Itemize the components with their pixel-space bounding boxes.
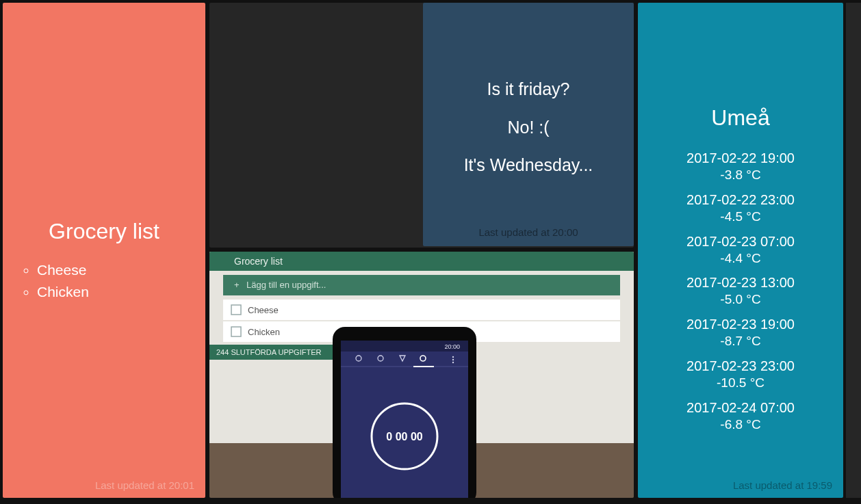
- forecast-temp: -3.8 °C: [638, 167, 843, 183]
- forecast-entry: 2017-02-24 07:00 -6.8 °C: [638, 399, 843, 433]
- phone-status-time: 20:00: [444, 343, 460, 350]
- more-icon: [452, 356, 454, 358]
- forecast-datetime: 2017-02-23 13:00: [638, 274, 843, 291]
- forecast-datetime: 2017-02-23 19:00: [638, 316, 843, 333]
- forecast-datetime: 2017-02-24 07:00: [638, 399, 843, 416]
- forecast-temp: -4.5 °C: [638, 209, 843, 225]
- demo-photo: Grocery list + Lägg till en uppgift... C…: [209, 252, 634, 498]
- list-item: Cheese: [37, 259, 193, 281]
- forecast-temp: -4.4 °C: [638, 250, 843, 267]
- photo-completed: 244 SLUTFÖRDA UPPGIFTER: [216, 348, 321, 356]
- forecast-entry: 2017-02-23 19:00 -8.7 °C: [638, 316, 843, 349]
- friday-card: Is it friday? No! :( It's Wednesday... L…: [423, 3, 634, 246]
- forecast-entry: 2017-02-23 13:00 -5.0 °C: [638, 274, 843, 308]
- list-item: Chicken: [37, 281, 193, 303]
- forecast-datetime: 2017-02-23 07:00: [638, 233, 843, 250]
- svg-point-13: [452, 362, 454, 363]
- forecast-datetime: 2017-02-23 23:00: [638, 358, 843, 375]
- forecast-datetime: 2017-02-22 23:00: [638, 191, 843, 209]
- forecast-temp: -8.7 °C: [638, 333, 843, 349]
- friday-updated: Last updated at 20:00: [423, 226, 634, 238]
- friday-answer: No! :(: [423, 115, 634, 141]
- friday-question: Is it friday?: [423, 77, 634, 103]
- grocery-updated: Last updated at 20:01: [95, 479, 194, 491]
- forecast-temp: -5.0 °C: [638, 291, 843, 308]
- photo-add-task: Lägg till en uppgift...: [246, 280, 326, 290]
- forecast-temp: -6.8 °C: [638, 416, 843, 433]
- forecast-temp: -10.5 °C: [638, 375, 843, 391]
- dark-panel: [846, 3, 861, 498]
- svg-rect-4: [223, 300, 620, 320]
- svg-point-12: [452, 359, 454, 360]
- grocery-card: Grocery list Cheese Chicken Last updated…: [3, 3, 205, 498]
- timer-value: 0 00 00: [386, 431, 422, 442]
- plus-icon: +: [234, 280, 240, 290]
- forecast-datetime: 2017-02-22 19:00: [638, 150, 843, 167]
- svg-rect-8: [341, 341, 468, 498]
- photo-row-cheese: Cheese: [248, 305, 279, 315]
- forecast-entry: 2017-02-23 07:00 -4.4 °C: [638, 233, 843, 267]
- forecast-entry: 2017-02-22 23:00 -4.5 °C: [638, 191, 843, 225]
- forecast-entry: 2017-02-23 23:00 -10.5 °C: [638, 358, 843, 391]
- forecast-entry: 2017-02-22 19:00 -3.8 °C: [638, 150, 843, 183]
- weather-forecast: 2017-02-22 19:00 -3.8 °C 2017-02-22 23:0…: [638, 150, 843, 432]
- grocery-title: Grocery list: [15, 219, 193, 244]
- weather-location: Umeå: [638, 105, 843, 131]
- friday-day: It's Wednesday...: [423, 152, 634, 178]
- weather-updated: Last updated at 19:59: [733, 479, 832, 491]
- grocery-items: Cheese Chicken: [15, 259, 193, 302]
- weather-card: Umeå 2017-02-22 19:00 -3.8 °C 2017-02-22…: [638, 3, 843, 498]
- photo-app-title: Grocery list: [234, 256, 283, 267]
- photo-row-chicken: Chicken: [248, 327, 280, 337]
